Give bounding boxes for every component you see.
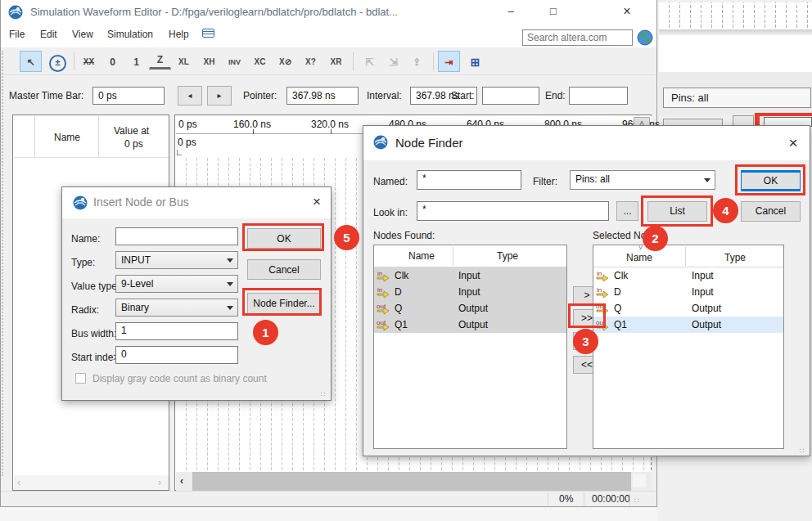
insert-dialog-titlebar[interactable]: Insert Node or Bus × (62, 187, 331, 218)
annotation-step-3: 3 (573, 329, 598, 354)
node-name: Q1 (614, 319, 627, 330)
background-pins-filter-box[interactable]: Pins: all (663, 88, 811, 108)
table-row[interactable]: in D Input (593, 284, 783, 300)
overwrite-clock-icon[interactable]: X⊘ (274, 51, 296, 72)
node-type: Output (458, 319, 488, 330)
end-value[interactable] (569, 87, 628, 105)
menu-simulation[interactable]: Simulation (107, 29, 153, 40)
value-column-header-line1[interactable]: Value at (114, 125, 149, 137)
resize-grip-icon[interactable]: ∷ (634, 496, 640, 505)
table-row[interactable]: out Q1 Output (593, 317, 783, 333)
table-row[interactable]: out Q Output (374, 300, 566, 317)
force-high-icon[interactable]: 1 (125, 51, 147, 72)
scroll-left-icon[interactable]: ‹ (180, 475, 183, 487)
start-value[interactable] (482, 87, 539, 105)
node-finder-titlebar[interactable]: Node Finder × (363, 126, 810, 160)
type-label: Type: (71, 257, 95, 268)
time-forward-button[interactable]: ▸ (207, 86, 232, 106)
menu-file[interactable]: File (9, 29, 25, 40)
count-value-icon[interactable]: XC (249, 51, 271, 72)
force-low-icon[interactable]: 0 (102, 51, 124, 72)
named-input[interactable]: * (417, 170, 521, 190)
insert-cancel-button[interactable]: Cancel (247, 259, 321, 280)
snap-to-edge-icon[interactable]: ⇥ (438, 51, 460, 72)
insert-clock-icon[interactable]: ⇲ (382, 51, 404, 72)
node-finder-cancel-button[interactable]: Cancel (741, 201, 801, 222)
start-index-label: Start inde> (71, 352, 119, 363)
menu-view[interactable]: View (72, 29, 93, 40)
waveform-h-scrollbar[interactable]: ‹ (176, 472, 652, 491)
master-time-marker-label: 0 ps (178, 137, 196, 148)
column-divider[interactable] (685, 247, 686, 266)
minimize-button[interactable]: – (493, 0, 529, 23)
table-row[interactable]: in Clk Input (593, 267, 783, 284)
radix-label: Radix: (71, 304, 99, 316)
elapsed-time-value: 00:00:00 (592, 493, 630, 505)
time-back-button[interactable]: ◂ (178, 86, 202, 106)
resize-grip-icon[interactable]: ∷ (800, 447, 805, 455)
name-label: Name: (71, 233, 100, 245)
search-input[interactable] (522, 29, 633, 46)
type-column-header[interactable]: Type (497, 250, 518, 262)
menu-help[interactable]: Help (169, 29, 189, 40)
register-icon[interactable]: XR (325, 51, 347, 72)
invert-icon[interactable]: INV (223, 51, 246, 72)
bus-width-input[interactable]: 1 (115, 322, 238, 340)
scroll-left-icon[interactable]: ‹ (17, 477, 20, 488)
annotation-step-4: 4 (713, 198, 738, 223)
radix-select[interactable]: Binary (115, 299, 238, 317)
annotation-step-2: 2 (643, 226, 668, 251)
type-column-header[interactable]: Type (724, 252, 746, 263)
resize-grip-icon[interactable]: ∷ (321, 390, 327, 398)
h-scrollbar-thumb[interactable] (192, 472, 631, 491)
filter-select[interactable]: Pins: all (570, 170, 715, 190)
insert-waveform-icon[interactable]: ⇱ (359, 51, 381, 72)
pointer-value: 367.98 ns (286, 87, 359, 105)
h-scrollbar-end-box (633, 474, 646, 487)
annotation-rect-insert-ok (242, 223, 324, 251)
toolbar-separator (74, 52, 74, 70)
table-header-row[interactable]: Name Type (374, 245, 566, 267)
master-time-bar-value[interactable]: 0 ps (92, 87, 165, 105)
force-unknown-icon[interactable]: XX (78, 51, 100, 72)
node-name: Clk (395, 270, 408, 281)
paste-icon[interactable]: ⇪ (406, 51, 428, 72)
grid-size-icon[interactable]: ⊞ (464, 51, 486, 72)
zoom-tool-icon[interactable]: ± (47, 51, 69, 72)
start-index-input[interactable]: 0 (115, 346, 238, 364)
table-row[interactable]: out Q1 Output (374, 317, 566, 333)
close-button[interactable]: × (609, 0, 645, 23)
svg-text:in: in (597, 270, 602, 277)
table-header-row[interactable]: ˅ Name Type (593, 245, 783, 267)
random-values-icon[interactable]: X? (300, 51, 322, 72)
name-column-header[interactable]: Name (54, 132, 80, 143)
name-input[interactable] (115, 227, 238, 245)
force-weak-low-icon[interactable]: XL (173, 51, 195, 72)
table-row[interactable]: in D Input (374, 284, 566, 300)
table-row[interactable]: out Q Output (593, 300, 783, 317)
panel-divider (34, 116, 35, 157)
name-column-header[interactable]: Name (408, 250, 435, 262)
node-type: Output (458, 303, 488, 314)
force-high-impedance-icon[interactable]: Z (149, 51, 171, 70)
table-row[interactable]: in Clk Input (374, 267, 566, 284)
name-column-header[interactable]: Name (626, 252, 652, 263)
browse-button[interactable]: ... (616, 201, 638, 221)
scroll-right-icon[interactable]: › (158, 477, 161, 488)
menu-edit[interactable]: Edit (40, 29, 57, 40)
gray-code-checkbox[interactable] (75, 373, 86, 384)
type-select[interactable]: INPUT (115, 251, 238, 269)
column-divider[interactable] (453, 247, 453, 266)
select-tool-icon[interactable]: ↖ (20, 51, 42, 72)
feedback-icon[interactable] (202, 29, 214, 38)
value-type-select[interactable]: 9-Level (115, 275, 238, 293)
globe-icon[interactable] (637, 29, 653, 46)
status-separator (584, 493, 584, 505)
close-icon[interactable]: × (308, 194, 326, 212)
master-time-marker-flag[interactable] (177, 150, 182, 155)
force-weak-high-icon[interactable]: XH (198, 51, 220, 72)
maximize-button[interactable]: □ (535, 0, 571, 23)
look-in-input[interactable]: * (417, 201, 609, 221)
close-icon[interactable]: × (783, 134, 803, 154)
panel-scrollbar[interactable]: ‹ › (14, 475, 169, 490)
